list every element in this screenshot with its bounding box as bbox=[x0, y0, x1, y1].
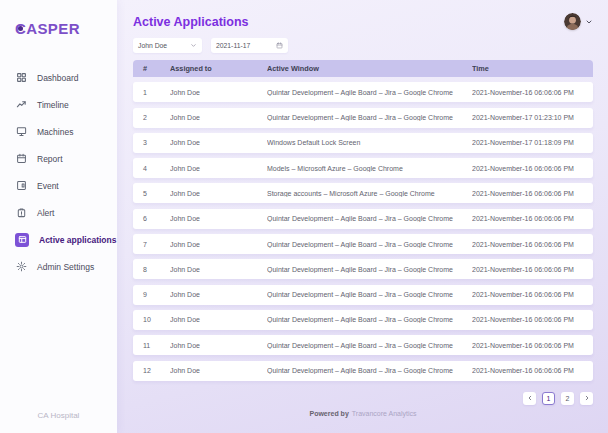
sidebar: CASPER DashboardTimelineMachinesReportEv… bbox=[0, 0, 117, 433]
table-cell: Storage accounts – Microsoft Azure – Goo… bbox=[267, 190, 472, 197]
table-cell: Quintar Development – Agile Board – Jira… bbox=[267, 316, 472, 323]
table-cell: 4 bbox=[133, 165, 170, 172]
table-cell: John Doe bbox=[170, 266, 267, 273]
date-input-value: 2021-11-17 bbox=[216, 42, 250, 49]
table-cell: 2021-November-16 06:06:06 PM bbox=[472, 215, 593, 222]
table-row[interactable]: 10John DoeQuintar Development – Agile Bo… bbox=[133, 310, 593, 330]
table-cell: John Doe bbox=[170, 165, 267, 172]
table-cell: John Doe bbox=[170, 139, 267, 146]
sidebar-item-active-applications[interactable]: Active applications bbox=[0, 226, 117, 253]
user-select[interactable]: John Doe bbox=[133, 38, 202, 53]
table-row[interactable]: 8John DoeQuintar Development – Agile Boa… bbox=[133, 259, 593, 279]
table-cell: 2021-November-16 06:06:06 PM bbox=[472, 266, 593, 273]
column-header: Assigned to bbox=[170, 64, 267, 73]
table-row[interactable]: 9John DoeQuintar Development – Agile Boa… bbox=[133, 285, 593, 305]
table-row[interactable]: 2John DoeQuintar Development – Agile Boa… bbox=[133, 108, 593, 128]
timeline-icon bbox=[15, 99, 27, 111]
table-cell: 7 bbox=[133, 241, 170, 248]
table-cell: 12 bbox=[133, 367, 170, 374]
sidebar-item-event[interactable]: Event bbox=[0, 172, 117, 199]
column-header: Active Window bbox=[267, 64, 472, 73]
sidebar-item-label: Active applications bbox=[39, 235, 116, 245]
table-row[interactable]: 1John DoeQuintar Development – Agile Boa… bbox=[133, 82, 593, 102]
event-icon bbox=[15, 180, 27, 192]
main-header: Active Applications bbox=[133, 0, 593, 30]
table-cell: Quintar Development – Agile Board – Jira… bbox=[267, 114, 472, 121]
table-cell: 2021-November-16 06:06:06 PM bbox=[472, 190, 593, 197]
table-cell: 2021-November-16 06:06:06 PM bbox=[472, 241, 593, 248]
pagination-page-2[interactable]: 2 bbox=[561, 392, 574, 405]
table-cell: John Doe bbox=[170, 342, 267, 349]
table-cell: 1 bbox=[133, 89, 170, 96]
table-row[interactable]: 11John DoeQuintar Development – Agile Bo… bbox=[133, 335, 593, 355]
table-row[interactable]: 12John DoeQuintar Development – Agile Bo… bbox=[133, 361, 593, 381]
sidebar-item-label: Alert bbox=[37, 208, 54, 218]
table-row[interactable]: 4John DoeModels – Microsoft Azure – Goog… bbox=[133, 158, 593, 178]
sidebar-item-report[interactable]: Report bbox=[0, 145, 117, 172]
date-input[interactable]: 2021-11-17 bbox=[211, 38, 288, 53]
machines-icon bbox=[15, 126, 27, 138]
user-select-value: John Doe bbox=[138, 42, 167, 49]
table-cell: John Doe bbox=[170, 215, 267, 222]
active-apps-icon bbox=[15, 233, 29, 247]
table-row[interactable]: 6John DoeQuintar Development – Agile Boa… bbox=[133, 209, 593, 229]
table-cell: Quintar Development – Agile Board – Jira… bbox=[267, 367, 472, 374]
table-cell: Quintar Development – Agile Board – Jira… bbox=[267, 342, 472, 349]
table-cell: John Doe bbox=[170, 291, 267, 298]
dashboard-icon bbox=[15, 72, 27, 84]
table-cell: John Doe bbox=[170, 316, 267, 323]
sidebar-item-label: Event bbox=[37, 181, 59, 191]
table-cell: 2021-November-16 06:06:06 PM bbox=[472, 367, 593, 374]
table-cell: 2021-November-16 06:06:06 PM bbox=[472, 89, 593, 96]
main-content: Active Applications John Doe 2021-11-17 … bbox=[117, 0, 608, 433]
table-cell: 2021-November-16 06:06:06 PM bbox=[472, 165, 593, 172]
chevron-down-icon[interactable] bbox=[585, 18, 593, 26]
sidebar-item-alert[interactable]: Alert bbox=[0, 199, 117, 226]
sidebar-item-label: Timeline bbox=[37, 100, 69, 110]
table-cell: 2 bbox=[133, 114, 170, 121]
column-header: Time bbox=[472, 64, 593, 73]
pagination-next-button[interactable] bbox=[580, 392, 593, 405]
table-cell: Quintar Development – Agile Board – Jira… bbox=[267, 89, 472, 96]
report-icon bbox=[15, 153, 27, 165]
table-cell: 5 bbox=[133, 190, 170, 197]
table-body: 1John DoeQuintar Development – Agile Boa… bbox=[133, 82, 593, 380]
sidebar-item-dashboard[interactable]: Dashboard bbox=[0, 64, 117, 91]
pagination-page-1[interactable]: 1 bbox=[542, 392, 555, 405]
table-cell: John Doe bbox=[170, 114, 267, 121]
table-cell: 11 bbox=[133, 342, 170, 349]
user-avatar[interactable] bbox=[564, 13, 581, 30]
table-cell: 2021-November-17 01:18:09 PM bbox=[472, 139, 593, 146]
table-cell: John Doe bbox=[170, 190, 267, 197]
table-cell: 3 bbox=[133, 139, 170, 146]
app-window: CASPER DashboardTimelineMachinesReportEv… bbox=[0, 0, 608, 433]
sidebar-item-label: Dashboard bbox=[37, 73, 79, 83]
table-cell: 8 bbox=[133, 266, 170, 273]
table-cell: Models – Microsoft Azure – Google Chrome bbox=[267, 165, 472, 172]
table-cell: 6 bbox=[133, 215, 170, 222]
sidebar-item-label: Report bbox=[37, 154, 63, 164]
user-menu[interactable] bbox=[564, 13, 593, 30]
table-row[interactable]: 5John DoeStorage accounts – Microsoft Az… bbox=[133, 183, 593, 203]
table-cell: 2021-November-17 01:23:10 PM bbox=[472, 114, 593, 121]
organization-label: CA Hospital bbox=[0, 411, 117, 433]
sidebar-item-machines[interactable]: Machines bbox=[0, 118, 117, 145]
filters-bar: John Doe 2021-11-17 bbox=[133, 38, 593, 53]
table-cell: 2021-November-16 06:06:06 PM bbox=[472, 291, 593, 298]
active-applications-table: #Assigned toActive WindowTime 1John DoeQ… bbox=[133, 60, 593, 381]
column-header: # bbox=[133, 64, 170, 73]
table-cell: 9 bbox=[133, 291, 170, 298]
pagination: 12 bbox=[133, 392, 593, 405]
table-cell: 2021-November-16 06:06:06 PM bbox=[472, 316, 593, 323]
pagination-prev-button[interactable] bbox=[523, 392, 536, 405]
sidebar-item-label: Machines bbox=[37, 127, 73, 137]
table-cell: Quintar Development – Agile Board – Jira… bbox=[267, 291, 472, 298]
table-cell: 2021-November-16 06:06:06 PM bbox=[472, 342, 593, 349]
sidebar-item-admin-settings[interactable]: Admin Settings bbox=[0, 253, 117, 280]
table-row[interactable]: 3John DoeWindows Default Lock Screen2021… bbox=[133, 133, 593, 153]
page-title: Active Applications bbox=[133, 15, 249, 29]
table-cell: Windows Default Lock Screen bbox=[267, 139, 472, 146]
table-row[interactable]: 7John DoeQuintar Development – Agile Boa… bbox=[133, 234, 593, 254]
calendar-icon bbox=[276, 42, 283, 49]
sidebar-item-timeline[interactable]: Timeline bbox=[0, 91, 117, 118]
